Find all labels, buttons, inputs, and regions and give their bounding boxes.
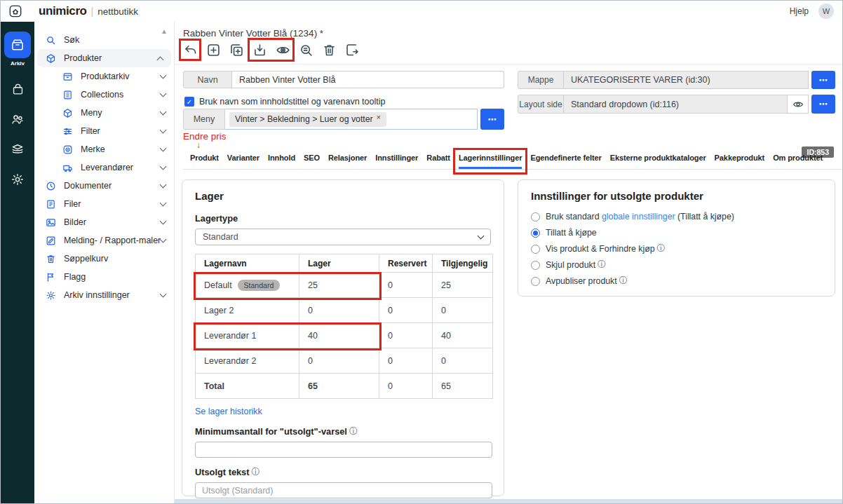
users-icon[interactable]	[11, 112, 25, 126]
table-row-lager2: Lager 2 0 0 0	[196, 298, 493, 323]
option-avpubliser-produkt[interactable]: Avpubliser produktⓘ	[531, 275, 822, 287]
eye-icon[interactable]	[274, 41, 292, 59]
sidebar-item-label: Leverandører	[81, 163, 161, 172]
sidebar-item-sok[interactable]: Søk	[34, 31, 174, 49]
trash-icon[interactable]	[320, 41, 338, 59]
info-icon[interactable]: ⓘ	[598, 259, 606, 269]
info-icon[interactable]: ⓘ	[657, 243, 666, 253]
rail-item-arkiv[interactable]	[4, 32, 31, 58]
help-link[interactable]: Hjelp	[790, 6, 809, 16]
bag-icon[interactable]	[11, 83, 25, 96]
gear-icon[interactable]	[11, 172, 25, 186]
col-reservert: Reservert	[379, 254, 433, 273]
sidebar-item-label: Filer	[64, 199, 161, 209]
table-row-leverandor1: Leverandør 1 40 0 40	[196, 323, 493, 348]
tab-eksterne-produktkataloger[interactable]: Eksterne produktkataloger	[610, 154, 706, 169]
search-icon	[46, 35, 56, 46]
tab-relasjoner[interactable]: Relasjoner	[328, 154, 367, 169]
sidebar-item-melding-rapport-maler[interactable]: Melding- / Rapport-maler	[34, 231, 174, 250]
mappe-label: Mappe	[518, 71, 564, 89]
export-icon[interactable]	[343, 41, 361, 59]
option-global-settings[interactable]: Bruk standard globale innstillinger (Til…	[531, 211, 822, 222]
sidebar-item-leverandorer[interactable]: Leverandører	[34, 158, 174, 177]
user-avatar[interactable]: W	[818, 4, 834, 19]
search-document-icon[interactable]	[297, 41, 315, 59]
close-icon[interactable]: ×	[377, 113, 381, 121]
radio-icon[interactable]	[531, 277, 540, 286]
option-skjul-produkt[interactable]: Skjul produktⓘ	[531, 259, 822, 271]
tab-lagerinnstillinger[interactable]: Lagerinnstillinger	[459, 154, 522, 169]
stock-value: 40	[299, 323, 379, 348]
page-title: Rabben Vinter Votter Blå (1234) *	[183, 28, 323, 39]
undo-icon[interactable]	[181, 41, 199, 59]
brand-suffix: nettbutikk	[97, 6, 138, 17]
tab-innstillinger[interactable]: Innstillinger	[375, 154, 418, 169]
warehouse-name: Leverandør 1	[196, 323, 299, 348]
brand-logo: unimicro | nettbutikk	[39, 4, 138, 18]
layout-preview-button[interactable]	[788, 95, 809, 114]
radio-icon[interactable]	[531, 212, 540, 222]
sidebar-item-arkiv-innstillinger[interactable]: Arkiv innstillinger	[34, 286, 174, 304]
lagertype-selected-value: Standard	[203, 232, 238, 242]
reserved-value: 0	[379, 273, 433, 298]
sidebar-item-filer[interactable]: Filer	[34, 195, 174, 213]
tab-om-produktet[interactable]: Om produktet	[773, 154, 823, 169]
category-tag[interactable]: Vinter > Bekledning > Luer og votter ×	[229, 112, 386, 127]
tab-egendefinerte-felter[interactable]: Egendefinerte felter	[530, 154, 601, 169]
collapse-triangle-icon[interactable]: ▲	[161, 27, 168, 35]
download-icon[interactable]	[250, 41, 269, 59]
layers-icon[interactable]	[11, 142, 25, 156]
tab-innhold[interactable]: Innhold	[268, 154, 295, 169]
sidebar-item-merke[interactable]: Merke	[34, 140, 174, 158]
reserved-value: 0	[379, 323, 433, 348]
warehouse-name: Total	[196, 374, 299, 399]
available-value: 0	[433, 298, 493, 323]
sidebar-item-meny[interactable]: Meny	[34, 104, 174, 122]
layout-more-button[interactable]: ⋯	[811, 95, 835, 114]
lagertype-select[interactable]: Standard	[195, 229, 491, 245]
add-square-icon[interactable]	[204, 41, 222, 59]
option-vis-produkt-forhindre-kjop[interactable]: Vis produkt & Forhindre kjøpⓘ	[531, 243, 822, 254]
soldout-text-input[interactable]	[195, 482, 492, 498]
use-name-checkbox-row[interactable]: ✓ Bruk navn som innholdstittel og varena…	[184, 97, 385, 107]
archive-icon	[11, 38, 25, 52]
sidebar-item-flagg[interactable]: Flagg	[34, 268, 174, 286]
sidebar-item-collections[interactable]: Collections	[34, 86, 174, 104]
copy-add-icon[interactable]	[227, 41, 245, 59]
min-soldout-input[interactable]	[195, 442, 492, 458]
sidebar-item-dokumenter[interactable]: Dokumenter	[34, 177, 174, 195]
navn-input[interactable]	[232, 71, 504, 88]
sidebar-item-bilder[interactable]: Bilder	[34, 213, 174, 231]
sidebar-item-filter[interactable]: Filter	[34, 122, 174, 140]
sidebar-item-produkter[interactable]: Produkter	[37, 49, 171, 67]
layout-value: Standard dropdown (id:116)	[564, 95, 788, 114]
soldout-options: Bruk standard globale innstillinger (Til…	[531, 211, 822, 287]
navn-label: Navn	[183, 71, 232, 88]
tab-varianter[interactable]: Varianter	[227, 154, 259, 169]
radio-selected-icon[interactable]	[531, 229, 540, 238]
global-settings-link[interactable]: globale innstillinger	[602, 212, 675, 222]
horizontal-scrollbar[interactable]	[175, 499, 842, 503]
sidebar-item-soppelkurv[interactable]: Søppelkurv	[34, 250, 174, 268]
tab-seo[interactable]: SEO	[304, 154, 320, 169]
radio-icon[interactable]	[531, 245, 540, 254]
chevron-down-icon	[160, 72, 167, 79]
info-icon[interactable]: ⓘ	[619, 275, 628, 285]
tab-produkt[interactable]: Produkt	[190, 154, 219, 169]
home-icon[interactable]	[8, 4, 22, 18]
option-tillatt-a-kjope[interactable]: Tillatt å kjøpe	[531, 227, 822, 238]
meny-field[interactable]: Vinter > Bekledning > Luer og votter ×	[225, 109, 478, 130]
tab-pakkeprodukt[interactable]: Pakkeprodukt	[715, 154, 765, 169]
stock-history-link[interactable]: Se lager historikk	[195, 407, 262, 416]
app-window: unimicro | nettbutikk Hjelp W Arkiv ▲	[0, 0, 843, 504]
info-icon[interactable]: ⓘ	[252, 467, 260, 477]
tab-rabatt[interactable]: Rabatt	[426, 154, 450, 169]
mappe-more-button[interactable]: ⋯	[811, 71, 835, 89]
radio-icon[interactable]	[531, 261, 540, 270]
annotation-endre-pris: Endre pris	[183, 131, 227, 142]
info-icon[interactable]: ⓘ	[349, 426, 358, 436]
sidebar-item-produktarkiv[interactable]: Produktarkiv	[34, 67, 174, 86]
meny-more-button[interactable]: ⋯	[480, 109, 504, 130]
checkbox-checked-icon[interactable]: ✓	[184, 97, 194, 107]
badge-icon	[62, 144, 73, 155]
